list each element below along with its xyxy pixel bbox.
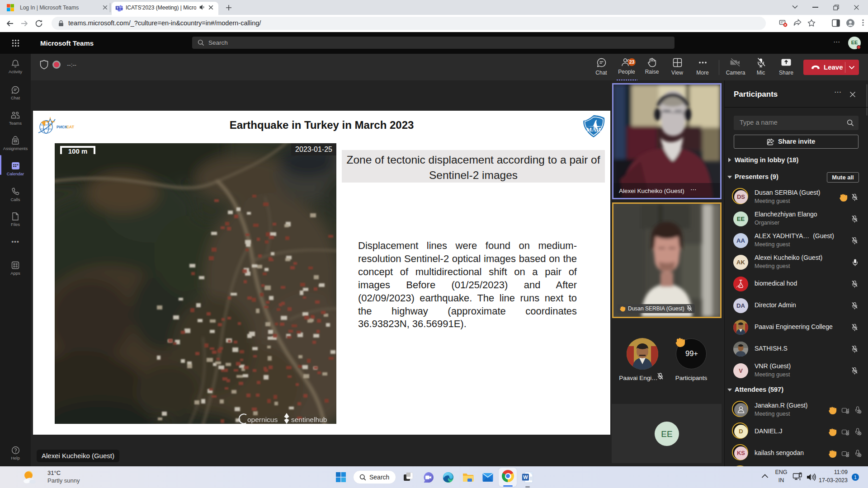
svg-text:Alexei Kucheiko (Guest): Alexei Kucheiko (Guest) — [619, 188, 684, 194]
svg-text:Dusan SERBIA (Guest): Dusan SERBIA (Guest) — [628, 305, 684, 312]
svg-text:sentinelhub: sentinelhub — [291, 416, 327, 423]
svg-text:МАИ: МАИ — [586, 126, 601, 133]
svg-text:⋯: ⋯ — [690, 186, 697, 193]
svg-text:100 m: 100 m — [68, 147, 88, 155]
svg-text:2023-01-25: 2023-01-25 — [295, 145, 332, 153]
svg-text:W: W — [523, 474, 528, 480]
svg-text:САТ: САТ — [66, 125, 75, 129]
svg-text:РИСК: РИСК — [57, 125, 67, 129]
svg-text:opernicus: opernicus — [247, 416, 278, 423]
